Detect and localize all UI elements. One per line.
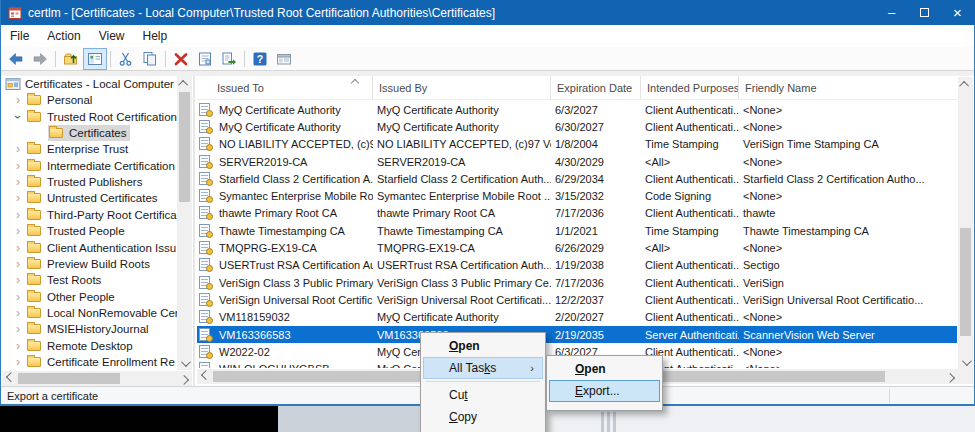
desktop-gray-area xyxy=(278,406,420,432)
folder-icon xyxy=(27,339,43,353)
chevron-collapsed-icon[interactable]: › xyxy=(10,308,26,318)
column-header-friendly-name[interactable]: Friendly Name xyxy=(739,76,955,99)
tree-scroll-up-button[interactable] xyxy=(177,76,192,90)
tree-item-trusted-publishers[interactable]: ›Trusted Publishers xyxy=(2,174,177,190)
menu-view[interactable]: View xyxy=(90,26,134,46)
column-header-expiration-date[interactable]: Expiration Date xyxy=(551,76,641,99)
new-window-icon[interactable] xyxy=(272,48,296,70)
tree-vscroll-thumb[interactable] xyxy=(179,92,190,202)
export-list-icon[interactable] xyxy=(217,48,241,70)
certificate-row[interactable]: VM163366583VM1633665832/19/2035Server Au… xyxy=(197,326,957,343)
delete-icon[interactable] xyxy=(169,48,193,70)
certificate-row[interactable]: VM118159032MyQ Certificate Authority2/20… xyxy=(197,309,957,326)
close-button[interactable]: × xyxy=(941,0,974,25)
certificate-row[interactable]: Thawte Timestamping CAThawte Timestampin… xyxy=(197,222,957,239)
cut-icon[interactable] xyxy=(114,48,138,70)
menu-item-cut[interactable]: Cut xyxy=(423,384,543,406)
menu-item-all-tasks[interactable]: All Tasks› xyxy=(423,357,543,379)
certificate-row[interactable]: SERVER2019-CASERVER2019-CA4/30/2029<All>… xyxy=(197,153,957,170)
tree-item-third-party-root-certifica[interactable]: ›Third-Party Root Certifica xyxy=(2,207,177,223)
list-scroll-down-button[interactable] xyxy=(958,355,973,369)
list-scroll-right-button[interactable] xyxy=(944,369,958,384)
tree-item-client-authentication-issu[interactable]: ›Client Authentication Issu xyxy=(2,240,177,256)
tree-item-local-nonremovable-cert[interactable]: ›Local NonRemovable Cert xyxy=(2,305,177,321)
list-vscroll-thumb[interactable] xyxy=(960,228,971,336)
tree-scroll-right-button[interactable] xyxy=(178,371,192,386)
tree-item-certificates-local-computer[interactable]: Certificates - Local Computer xyxy=(2,76,177,92)
up-one-level-icon[interactable] xyxy=(59,48,83,70)
tree-horizontal-scrollbar[interactable] xyxy=(2,371,192,386)
chevron-collapsed-icon[interactable]: › xyxy=(10,95,26,105)
tree-scroll-down-button[interactable] xyxy=(177,356,192,370)
title-bar[interactable]: certlm - [Certificates - Local Computer\… xyxy=(1,0,975,25)
tree-item-certificates[interactable]: Certificates xyxy=(2,125,177,141)
certificate-row[interactable]: MyQ Certificate AuthorityMyQ Certificate… xyxy=(197,101,957,118)
tree-item-other-people[interactable]: ›Other People xyxy=(2,289,177,305)
menu-help[interactable]: Help xyxy=(134,26,177,46)
maximize-button[interactable] xyxy=(908,0,941,25)
certificate-row[interactable]: Starfield Class 2 Certification A...Star… xyxy=(197,170,957,187)
certificate-row[interactable]: NO LIABILITY ACCEPTED, (c)97 ...NO LIABI… xyxy=(197,136,957,153)
certificate-row[interactable]: VeriSign Class 3 Public Primary ...VeriS… xyxy=(197,274,957,291)
chevron-collapsed-icon[interactable]: › xyxy=(10,357,26,367)
column-header-issued-to[interactable]: Issued To xyxy=(197,76,373,99)
help-icon[interactable]: ? xyxy=(248,48,272,70)
tree-item-label: Certificates - Local Computer xyxy=(25,78,174,90)
chevron-collapsed-icon[interactable]: › xyxy=(10,341,26,351)
certificate-row[interactable]: USERTrust RSA Certification Aut...USERTr… xyxy=(197,257,957,274)
certificate-row[interactable]: TMQPRG-EX19-CATMQPRG-EX19-CA6/26/2029<Al… xyxy=(197,239,957,256)
menu-item-export-[interactable]: Export... xyxy=(549,380,660,402)
chevron-collapsed-icon[interactable]: › xyxy=(10,275,26,285)
menu-item-copy[interactable]: Copy xyxy=(423,406,543,428)
chevron-collapsed-icon[interactable]: › xyxy=(10,226,26,236)
certificate-row[interactable]: VeriSign Universal Root Certific...VeriS… xyxy=(197,291,957,308)
cell-friendly-name: VeriSign xyxy=(739,277,955,289)
tree-item-test-roots[interactable]: ›Test Roots xyxy=(2,272,177,288)
tree-item-trusted-people[interactable]: ›Trusted People xyxy=(2,223,177,239)
list-vertical-scrollbar[interactable] xyxy=(958,77,973,369)
column-header-issued-by[interactable]: Issued By xyxy=(373,76,551,99)
cell-expiration-date: 6/26/2029 xyxy=(551,242,641,254)
tree-hscroll-thumb[interactable] xyxy=(18,373,120,384)
tree-item-intermediate-certification[interactable]: ›Intermediate Certification xyxy=(2,158,177,174)
tree-item-enterprise-trust[interactable]: ›Enterprise Trust xyxy=(2,141,177,157)
certificate-row[interactable]: MyQ Certificate AuthorityMyQ Certificate… xyxy=(197,118,957,135)
cell-friendly-name: <None> xyxy=(739,156,955,168)
folder-icon xyxy=(27,159,43,173)
certificate-row[interactable]: thawte Primary Root CAthawte Primary Roo… xyxy=(197,205,957,222)
tree-vertical-scrollbar[interactable] xyxy=(177,76,192,370)
chevron-expanded-icon[interactable]: › xyxy=(13,109,23,125)
tree-item-personal[interactable]: ›Personal xyxy=(2,92,177,108)
copy-icon[interactable] xyxy=(138,48,162,70)
menu-file[interactable]: File xyxy=(1,26,38,46)
chevron-collapsed-icon[interactable]: › xyxy=(10,243,26,253)
folder-icon xyxy=(27,273,43,287)
show-console-tree-icon[interactable] xyxy=(83,48,107,70)
column-header-intended-purposes[interactable]: Intended Purposes xyxy=(641,76,739,99)
back-icon[interactable] xyxy=(4,48,28,70)
chevron-collapsed-icon[interactable]: › xyxy=(10,324,26,334)
menu-item-open[interactable]: Open xyxy=(423,335,543,357)
chevron-collapsed-icon[interactable]: › xyxy=(10,210,26,220)
properties-icon[interactable] xyxy=(193,48,217,70)
chevron-collapsed-icon[interactable]: › xyxy=(10,193,26,203)
chevron-collapsed-icon[interactable]: › xyxy=(10,144,26,154)
list-scroll-left-button[interactable] xyxy=(197,369,211,384)
tree-item-preview-build-roots[interactable]: ›Preview Build Roots xyxy=(2,256,177,272)
minimize-button[interactable]: – xyxy=(875,0,908,25)
list-scroll-up-button[interactable] xyxy=(958,77,973,91)
tree-item-trusted-root-certification[interactable]: ›Trusted Root Certification xyxy=(2,109,177,125)
chevron-collapsed-icon[interactable]: › xyxy=(10,161,26,171)
tree-item-certificate-enrollment-re[interactable]: ›Certificate Enrollment Re xyxy=(2,354,177,370)
chevron-collapsed-icon[interactable]: › xyxy=(10,259,26,269)
tree-item-msiehistoryjournal[interactable]: ›MSIEHistoryJournal xyxy=(2,321,177,337)
certificate-row[interactable]: Symantec Enterprise Mobile Ro...Symantec… xyxy=(197,188,957,205)
forward-icon[interactable] xyxy=(28,48,52,70)
menu-action[interactable]: Action xyxy=(38,26,89,46)
tree-item-remote-desktop[interactable]: ›Remote Desktop xyxy=(2,338,177,354)
chevron-collapsed-icon[interactable]: › xyxy=(10,292,26,302)
tree-scroll-left-button[interactable] xyxy=(2,371,16,386)
menu-item-open[interactable]: Open xyxy=(549,358,660,380)
chevron-collapsed-icon[interactable]: › xyxy=(10,177,26,187)
tree-item-untrusted-certificates[interactable]: ›Untrusted Certificates xyxy=(2,190,177,206)
